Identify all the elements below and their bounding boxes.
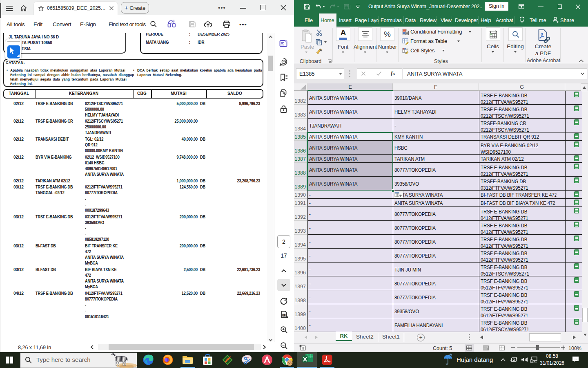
svg-text:1:1: 1:1 xyxy=(283,314,286,316)
